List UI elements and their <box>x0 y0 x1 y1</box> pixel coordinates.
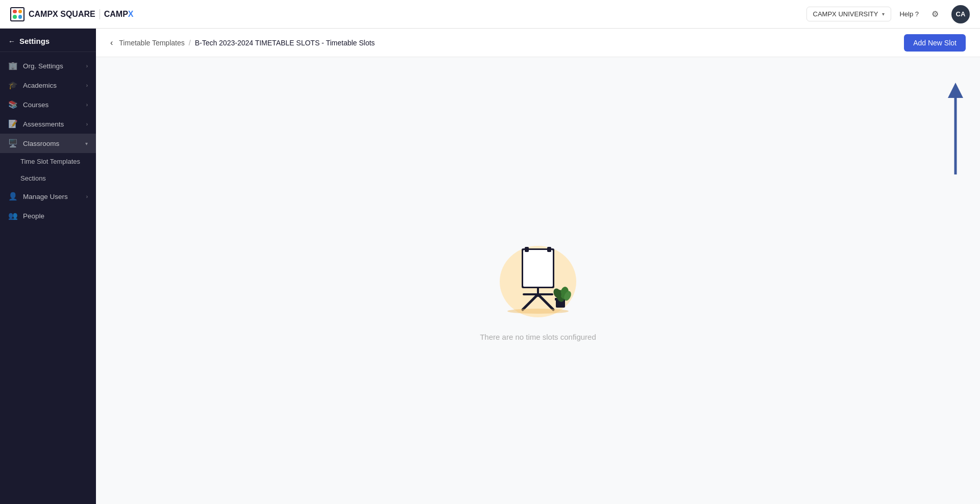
classrooms-icon: 🖥️ <box>8 139 18 148</box>
chevron-right-icon: › <box>86 83 88 88</box>
logo-grid-icon <box>10 7 24 21</box>
people-icon: 👥 <box>8 211 18 220</box>
logo-dot-yellow <box>18 10 22 14</box>
org-settings-icon: 🏢 <box>8 61 18 70</box>
org-selector[interactable]: CAMPX UNIVERSITY ▾ <box>806 7 892 21</box>
breadcrumb-separator: / <box>189 39 191 47</box>
help-label: Help ? <box>899 10 919 18</box>
sidebar: ← Settings 🏢 Org. Settings › 🎓 Academics… <box>0 29 96 504</box>
svg-rect-8 <box>523 250 553 287</box>
sidebar-item-classrooms[interactable]: 🖥️ Classrooms ▾ <box>0 134 96 153</box>
help-button[interactable]: Help ? <box>899 10 919 18</box>
sidebar-sub-item-sections[interactable]: Sections <box>0 170 96 187</box>
chevron-right-icon: › <box>86 102 88 108</box>
sidebar-item-label: Assessments <box>23 120 64 128</box>
logo-dot-green <box>13 15 17 19</box>
empty-state: There are no time slots configured <box>480 220 596 341</box>
courses-icon: 📚 <box>8 100 18 109</box>
sidebar-nav: 🏢 Org. Settings › 🎓 Academics › 📚 Course… <box>0 52 96 504</box>
academics-icon: 🎓 <box>8 81 18 90</box>
sidebar-sub-label: Sections <box>20 174 46 182</box>
content-body: There are no time slots configured <box>96 57 980 504</box>
sidebar-item-label: People <box>23 212 44 220</box>
sidebar-item-academics[interactable]: 🎓 Academics › <box>0 75 96 95</box>
chevron-right-icon: › <box>86 121 88 127</box>
logo-camp-text: CAMPX SQUARE <box>29 10 95 19</box>
sidebar-item-label: Org. Settings <box>23 62 63 70</box>
main-layout: ← Settings 🏢 Org. Settings › 🎓 Academics… <box>0 29 980 504</box>
sidebar-item-label: Classrooms <box>23 140 59 147</box>
app-logo: CAMPX SQUARE CAMPX <box>10 7 133 21</box>
svg-rect-9 <box>525 247 529 252</box>
main-content: ‹ Timetable Templates / B-Tech 2023-2024… <box>96 29 980 504</box>
sidebar-item-manage-users[interactable]: 👤 Manage Users › <box>0 187 96 206</box>
org-name: CAMPX UNIVERSITY <box>813 10 878 18</box>
sidebar-back-button[interactable]: ← Settings <box>0 29 96 52</box>
org-selector-chevron-icon: ▾ <box>882 11 885 17</box>
breadcrumb-parent[interactable]: Timetable Templates <box>119 39 184 47</box>
sidebar-sub-label: Time Slot Templates <box>20 158 80 165</box>
add-new-slot-button[interactable]: Add New Slot <box>904 34 966 52</box>
svg-point-17 <box>507 309 569 314</box>
svg-marker-1 <box>948 83 963 98</box>
sidebar-item-assessments[interactable]: 📝 Assessments › <box>0 114 96 134</box>
sidebar-sub-item-time-slot-templates[interactable]: Time Slot Templates <box>0 153 96 170</box>
settings-gear-icon[interactable]: ⚙ <box>927 6 943 22</box>
empty-state-illustration <box>487 220 589 322</box>
arrow-annotation <box>925 78 966 180</box>
logo-camp2: CAMP <box>104 10 128 19</box>
logo-divider <box>100 9 100 19</box>
assessments-icon: 📝 <box>8 119 18 129</box>
empty-state-message: There are no time slots configured <box>480 333 596 341</box>
sidebar-item-people[interactable]: 👥 People <box>0 206 96 225</box>
avatar-initials: CA <box>956 10 966 18</box>
header-left: CAMPX SQUARE CAMPX <box>10 7 133 21</box>
breadcrumb-back-icon[interactable]: ‹ <box>110 38 113 47</box>
header-right: CAMPX UNIVERSITY ▾ Help ? ⚙ CA <box>806 5 970 23</box>
logo-text: CAMPX SQUARE CAMPX <box>29 9 133 19</box>
logo-dot-blue <box>18 15 22 19</box>
sidebar-item-label: Courses <box>23 101 48 109</box>
chevron-down-icon: ▾ <box>85 141 88 146</box>
manage-users-icon: 👤 <box>8 192 18 201</box>
sidebar-item-label: Manage Users <box>23 193 68 200</box>
user-avatar[interactable]: CA <box>951 5 970 23</box>
logo-x: X <box>128 10 134 19</box>
logo-dot-red <box>13 10 17 14</box>
chevron-right-icon: › <box>86 194 88 199</box>
sidebar-item-courses[interactable]: 📚 Courses › <box>0 95 96 114</box>
back-arrow-icon: ← <box>8 37 15 45</box>
chevron-right-icon: › <box>86 63 88 69</box>
sidebar-back-label: Settings <box>19 37 50 45</box>
svg-rect-10 <box>547 247 551 252</box>
sidebar-item-org-settings[interactable]: 🏢 Org. Settings › <box>0 56 96 75</box>
sidebar-item-label: Academics <box>23 82 57 89</box>
top-header: CAMPX SQUARE CAMPX CAMPX UNIVERSITY ▾ He… <box>0 0 980 29</box>
content-header: ‹ Timetable Templates / B-Tech 2023-2024… <box>96 29 980 57</box>
breadcrumb: ‹ Timetable Templates / B-Tech 2023-2024… <box>110 38 375 47</box>
breadcrumb-current: B-Tech 2023-2024 TIMETABLE SLOTS - Timet… <box>195 39 375 47</box>
